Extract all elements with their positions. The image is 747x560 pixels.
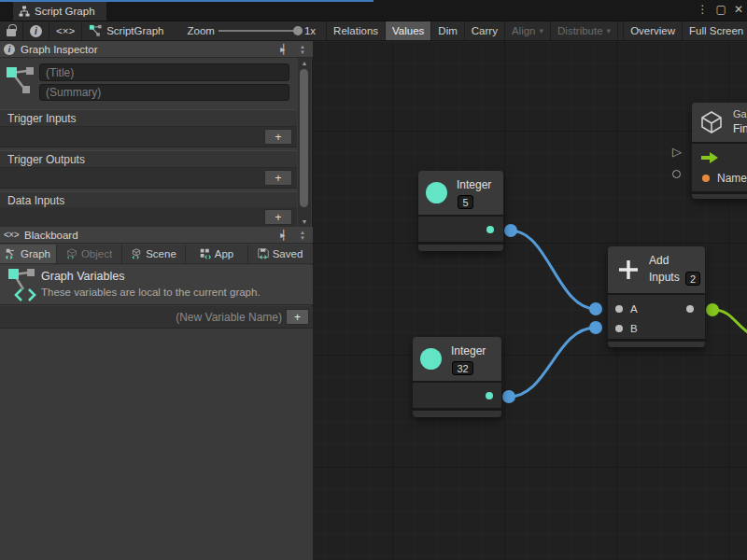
input-port-a[interactable] xyxy=(615,305,623,313)
node-footer xyxy=(418,242,503,251)
carry-toggle[interactable]: Carry xyxy=(465,21,505,40)
scroll-up-icon[interactable]: ▲ xyxy=(298,60,311,66)
inspector-scrollbar[interactable]: ▲ ▼ xyxy=(298,58,311,227)
graph-inspector-header[interactable]: i Graph Inspector ▸▏ ▲ ▼ xyxy=(0,41,313,58)
graph-variables-title: Graph Variables xyxy=(41,270,124,283)
add-variable-button[interactable]: + xyxy=(286,309,309,325)
tab-label: Scene xyxy=(146,248,176,259)
node-subtitle: Game Object xyxy=(733,108,747,119)
blackboard-header[interactable]: <×> Blackboard ▸▏ ▲ ▼ xyxy=(0,227,313,244)
script-graph-window: Script Graph ⋮ ▢ ✕ i <×> ScriptGraph xyxy=(0,0,747,560)
trigger-inputs-list: + xyxy=(0,127,297,147)
inputs-count-input[interactable] xyxy=(685,272,700,286)
integer-literal-icon xyxy=(426,182,447,203)
graph-tab-icon xyxy=(6,248,17,259)
relations-label: Relations xyxy=(333,25,378,36)
saved-tab-icon xyxy=(258,248,269,259)
inputs-label: Inputs xyxy=(649,271,680,284)
graph-breadcrumb[interactable]: ScriptGraph xyxy=(82,21,170,40)
fullscreen-button[interactable]: Full Screen xyxy=(683,21,747,40)
graph-title-input[interactable] xyxy=(39,63,289,81)
tab-graph[interactable]: Graph xyxy=(0,245,57,263)
output-port[interactable] xyxy=(686,305,694,313)
tab-label: Object xyxy=(81,248,112,259)
chevron-down-icon: ▾ xyxy=(607,26,612,35)
align-dropdown[interactable]: Align ▾ xyxy=(505,21,551,40)
graph-icon xyxy=(89,24,102,37)
tab-title: Script Graph xyxy=(35,6,95,17)
object-tab-icon xyxy=(66,248,78,259)
zoom-slider[interactable] xyxy=(218,30,301,32)
input-port-b[interactable] xyxy=(615,325,623,332)
close-icon[interactable]: ✕ xyxy=(734,3,743,16)
titlebar: Script Graph ⋮ ▢ ✕ xyxy=(0,0,747,21)
node-gameobject-find[interactable]: Game Object Find Name xyxy=(692,103,747,199)
graph-toolbar: i <×> ScriptGraph Zoom 1x Relations Valu… xyxy=(0,21,747,41)
port-row-name: Name xyxy=(692,168,747,188)
port-label: A xyxy=(630,303,638,315)
inspect-button[interactable]: i xyxy=(23,21,49,40)
graph-canvas[interactable]: Integer Integer xyxy=(313,41,747,560)
node-integer-32[interactable]: Integer xyxy=(413,337,501,417)
zoom-value: 1x xyxy=(304,25,316,36)
tab-saved[interactable]: Saved xyxy=(248,245,312,263)
wire-endpoint[interactable] xyxy=(504,224,517,237)
trigger-arrow-icon[interactable] xyxy=(701,152,718,163)
node-footer xyxy=(692,191,747,199)
align-label: Align xyxy=(512,25,536,36)
node-title: Integer xyxy=(451,344,486,357)
node-title: Integer xyxy=(457,178,491,191)
node-add[interactable]: Add Inputs A B xyxy=(608,246,705,347)
blackboard-title: Blackboard xyxy=(24,230,78,241)
dock-icon[interactable]: ▸▏ xyxy=(278,230,290,240)
overview-button[interactable]: Overview xyxy=(623,21,683,40)
node-integer-5[interactable]: Integer xyxy=(418,171,503,251)
code-view-button[interactable]: <×> xyxy=(49,21,82,40)
header-scroll-arrows[interactable]: ▲ ▼ xyxy=(296,230,309,241)
port-row-b: B xyxy=(608,318,705,338)
plus-icon xyxy=(617,259,640,281)
node-title: Find xyxy=(733,122,747,135)
wire-endpoint[interactable] xyxy=(502,390,515,403)
tab-scene[interactable]: Scene xyxy=(122,245,186,263)
output-port[interactable] xyxy=(486,226,494,233)
wire-endpoint[interactable] xyxy=(706,303,719,316)
port-label: B xyxy=(630,323,638,334)
wire-endpoint[interactable] xyxy=(589,302,602,315)
tab-app[interactable]: App xyxy=(186,245,248,263)
values-toggle[interactable]: Values xyxy=(386,21,431,40)
trigger-port-outline-icon[interactable]: ▷ xyxy=(672,146,682,158)
distribute-dropdown[interactable]: Distribute ▾ xyxy=(551,21,618,40)
relations-toggle[interactable]: Relations xyxy=(326,21,386,40)
window-menu-icon[interactable]: ⋮ xyxy=(698,3,709,16)
lock-button[interactable] xyxy=(0,21,23,40)
scroll-down-icon[interactable]: ▼ xyxy=(298,218,311,225)
variables-empty-area xyxy=(0,329,313,560)
dim-toggle[interactable]: Dim xyxy=(431,21,464,40)
scene-tab-icon xyxy=(131,248,142,259)
tab-object[interactable]: Object xyxy=(57,245,122,263)
new-variable-input[interactable] xyxy=(7,308,282,326)
maximize-icon[interactable]: ▢ xyxy=(716,3,726,16)
zoom-slider-handle[interactable] xyxy=(293,26,303,35)
port-row-a: A xyxy=(608,299,705,318)
wire-endpoint[interactable] xyxy=(589,321,602,334)
add-data-input-button[interactable]: + xyxy=(264,209,292,225)
tab-script-graph[interactable]: Script Graph xyxy=(13,2,106,21)
add-trigger-output-button[interactable]: + xyxy=(264,170,292,186)
zoom-label: Zoom xyxy=(188,25,215,36)
integer-value-input[interactable] xyxy=(458,195,473,209)
input-port-name[interactable] xyxy=(702,175,710,182)
data-port-outline-icon[interactable] xyxy=(672,170,681,178)
graph-inspector-icon xyxy=(5,65,35,103)
header-scroll-arrows[interactable]: ▲ ▼ xyxy=(296,44,309,55)
add-trigger-input-button[interactable]: + xyxy=(264,129,292,145)
graph-variables-description: These variables are local to the current… xyxy=(41,287,261,298)
scrollbar-thumb[interactable] xyxy=(300,69,308,207)
integer-value-input[interactable] xyxy=(452,361,473,375)
dock-icon[interactable]: ▸▏ xyxy=(278,44,290,54)
output-port[interactable] xyxy=(486,392,493,399)
graph-summary-input[interactable] xyxy=(39,84,289,101)
section-label: Trigger Outputs xyxy=(7,153,85,166)
scroll-down-icon: ▼ xyxy=(300,49,305,55)
